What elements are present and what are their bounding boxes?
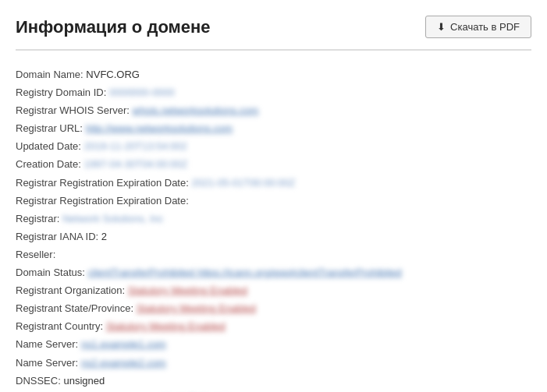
whois-label: Registrar:	[16, 213, 59, 224]
whois-label: DNSSEC:	[16, 375, 61, 387]
whois-row: Name Server: ns1.example1.com	[16, 336, 531, 353]
whois-content: Domain Name: NVFC.ORGRegistry Domain ID:…	[16, 66, 531, 392]
whois-label: Registrar Registration Expiration Date:	[16, 177, 189, 189]
whois-label: Registrar Registration Expiration Date:	[16, 195, 189, 207]
whois-row: Domain Name: NVFC.ORG	[16, 66, 531, 83]
whois-label: Registrar WHOIS Server:	[16, 104, 130, 116]
whois-value: 2019-11-20T13:54:002	[83, 138, 186, 155]
whois-label: Registrant State/Province:	[16, 302, 133, 314]
whois-label: Domain Name:	[16, 69, 83, 80]
whois-row: Domain Status: clientTransferProhibited …	[16, 264, 531, 281]
whois-value: Statutory Meeting Enabled	[106, 318, 226, 335]
whois-row: Registrar: Network Solutions, Inc	[16, 210, 531, 228]
whois-row: Registrant Country: Statutory Meeting En…	[16, 318, 531, 335]
whois-value: 2021-05-01T00:00:00Z	[191, 175, 295, 192]
whois-value: ns2.example2.com	[81, 355, 166, 372]
whois-label: Reseller:	[16, 249, 55, 260]
whois-label: Creation Date:	[16, 158, 81, 170]
whois-label: Registrar IANA ID:	[16, 231, 98, 242]
whois-value: NVFC.ORG	[86, 69, 140, 80]
whois-row: Registrar Registration Expiration Date:	[16, 192, 531, 210]
whois-row: Registrar Registration Expiration Date: …	[16, 175, 531, 192]
whois-value: unsigned	[63, 375, 105, 387]
whois-row: Name Server: ns2.example2.com	[16, 355, 531, 372]
whois-row: Registrant State/Province: Statutory Mee…	[16, 300, 531, 317]
whois-row: Registrar WHOIS Server: whois.networksol…	[16, 102, 531, 119]
whois-value: Statutory Meeting Enabled	[128, 282, 247, 299]
page-header: Информация о домене ⬇ Скачать в PDF	[16, 16, 531, 51]
whois-value: ns1.example1.com	[81, 336, 166, 353]
whois-value: 1997-04-30T04:00:00Z	[83, 156, 187, 173]
whois-row: Reseller:	[16, 246, 531, 263]
whois-row: Registrant Organization: Statutory Meeti…	[16, 282, 531, 299]
pdf-button-label: Скачать в PDF	[450, 21, 520, 33]
whois-label: Registrar URL:	[16, 122, 83, 134]
whois-value: http://www.networksolutions.com	[86, 120, 233, 137]
whois-value: whois.networksolutions.com	[133, 102, 259, 119]
whois-label: Name Server:	[16, 338, 78, 350]
download-icon: ⬇	[437, 21, 446, 33]
whois-row: Creation Date: 1997-04-30T04:00:00Z	[16, 156, 531, 173]
whois-value: 0000000-0000	[109, 84, 175, 101]
pdf-download-button[interactable]: ⬇ Скачать в PDF	[425, 16, 531, 38]
whois-row: DNSSEC: unsigned	[16, 373, 531, 390]
whois-row: Registrar IANA ID: 2	[16, 228, 531, 245]
whois-label: Registry Domain ID:	[16, 87, 106, 98]
whois-value: clientTransferProhibited https://icann.o…	[88, 264, 402, 281]
whois-value: Statutory Meeting Enabled	[137, 300, 256, 317]
whois-label: Domain Status:	[16, 267, 85, 278]
whois-row: Registry Domain ID: 0000000-0000	[16, 84, 531, 101]
whois-label: Name Server:	[16, 357, 78, 369]
page-title: Информация о домене	[16, 17, 211, 37]
whois-row: Updated Date: 2019-11-20T13:54:002	[16, 138, 531, 155]
whois-row: Registrar URL: http://www.networksolutio…	[16, 120, 531, 137]
whois-label: Registrant Organization:	[16, 284, 125, 296]
whois-label: Registrant Country:	[16, 320, 103, 332]
whois-value: Network Solutions, Inc	[62, 210, 163, 228]
whois-value: 2	[101, 231, 107, 242]
whois-label: Updated Date:	[16, 140, 81, 152]
